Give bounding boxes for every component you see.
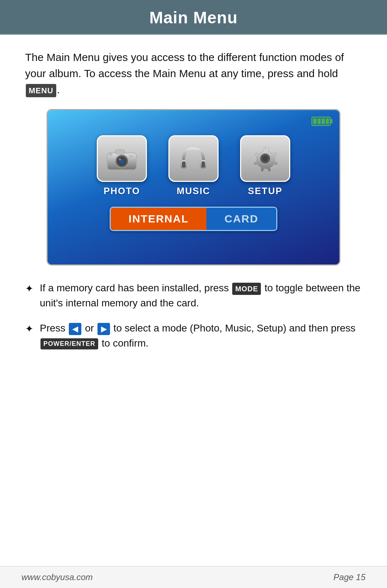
- left-arrow-badge: ◀: [69, 323, 81, 335]
- bullet-item-2: ✦ Press ◀ or ▶ to select a mode (Photo, …: [25, 321, 362, 351]
- storage-toggle-row: INTERNAL CARD: [62, 207, 325, 231]
- intro-paragraph: The Main Menu gives you access to the di…: [25, 49, 362, 98]
- svg-point-5: [119, 158, 121, 160]
- battery-bar-2: [317, 118, 321, 124]
- bullet-item-1: ✦ If a memory card has been installed, p…: [25, 281, 362, 311]
- storage-toggle[interactable]: INTERNAL CARD: [110, 207, 277, 231]
- mode-badge: MODE: [232, 283, 261, 295]
- right-arrow-badge: ▶: [97, 323, 110, 335]
- power-enter-badge: POWER/ENTER: [40, 338, 98, 349]
- battery-bar-3: [321, 118, 325, 124]
- svg-rect-11: [201, 161, 205, 167]
- svg-point-6: [109, 152, 112, 156]
- menu-badge: MENU: [26, 84, 56, 97]
- headphone-icon: [179, 144, 208, 173]
- bullet-star-1: ✦: [25, 281, 33, 296]
- setup-menu-item[interactable]: SETUP: [240, 135, 290, 197]
- footer-page: Page 15: [334, 572, 366, 582]
- gear-icon: [251, 144, 280, 173]
- bullet-star-2: ✦: [25, 321, 33, 337]
- setup-icon-box: [240, 135, 290, 182]
- bullet-text-2: Press ◀ or ▶ to select a mode (Photo, Mu…: [40, 321, 362, 351]
- page-title: Main Menu: [0, 8, 387, 27]
- svg-rect-7: [129, 155, 134, 157]
- footer-url: www.cobyusa.com: [22, 572, 93, 582]
- bullet-list: ✦ If a memory card has been installed, p…: [25, 281, 362, 351]
- music-menu-item[interactable]: MUSIC: [168, 135, 219, 197]
- photo-label: PHOTO: [104, 185, 140, 197]
- screen-mockup: PHOTO: [47, 109, 340, 265]
- photo-icon-box: [97, 135, 147, 182]
- menu-icons-row: PHOTO: [62, 135, 325, 197]
- svg-rect-1: [115, 150, 124, 154]
- page-header: Main Menu: [0, 0, 387, 35]
- card-toggle-option[interactable]: CARD: [206, 208, 276, 230]
- setup-label: SETUP: [248, 185, 283, 197]
- svg-rect-10: [182, 161, 186, 167]
- bullet-text-1: If a memory card has been installed, pre…: [40, 281, 362, 311]
- battery-bar-4: [326, 118, 329, 124]
- page-footer: www.cobyusa.com Page 15: [0, 566, 387, 588]
- music-label: MUSIC: [177, 185, 210, 197]
- main-content: The Main Menu gives you access to the di…: [0, 35, 387, 566]
- battery-bar-1: [313, 118, 317, 124]
- screen-display: PHOTO: [48, 110, 339, 264]
- music-icon-box: [168, 135, 219, 182]
- camera-icon: [106, 145, 138, 172]
- battery-indicator: [311, 117, 331, 126]
- photo-menu-item[interactable]: PHOTO: [97, 135, 147, 197]
- svg-point-13: [262, 156, 268, 161]
- internal-toggle-option[interactable]: INTERNAL: [111, 208, 207, 230]
